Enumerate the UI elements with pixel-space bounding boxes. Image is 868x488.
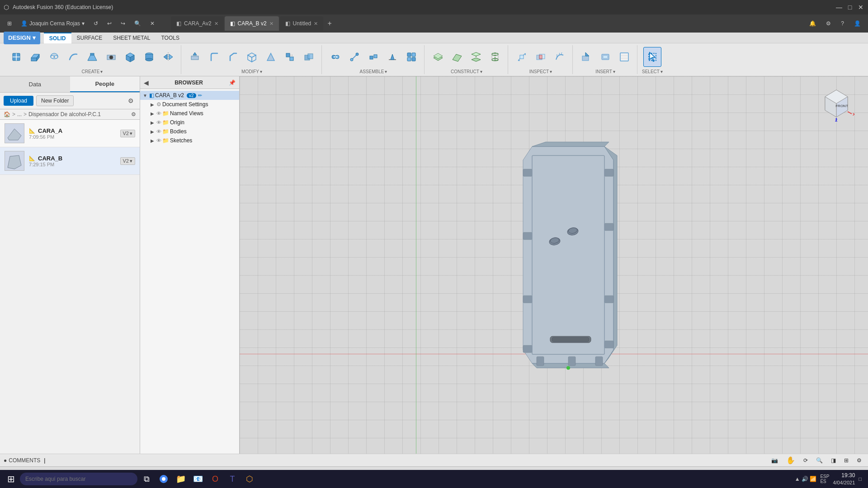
start-button[interactable]: ⊞ (3, 471, 19, 487)
file-item-cara-b[interactable]: 📐 CARA_B 7:29:15 PM V2 ▾ (0, 147, 140, 175)
as-built-joint-button[interactable] (364, 47, 382, 67)
ribbon-tab-surface[interactable]: SURFACE (71, 33, 108, 43)
help-button[interactable]: ? (837, 17, 848, 30)
pan-button[interactable]: ✋ (783, 455, 798, 466)
select-dropdown-icon[interactable]: ▾ (660, 69, 663, 74)
tree-item-origin[interactable]: ▶ 👁 📁 Origin (140, 118, 239, 127)
box-button[interactable] (121, 47, 139, 67)
joint-button[interactable] (326, 47, 344, 67)
breadcrumb-settings-icon[interactable]: ⚙ (131, 111, 136, 117)
create-dropdown-icon[interactable]: ▾ (100, 69, 103, 74)
axis-through-cylinder-button[interactable] (486, 47, 504, 67)
redo-button[interactable]: ↪ (117, 17, 129, 30)
tree-item-document-settings[interactable]: ▶ ⚙ Document Settings (140, 100, 239, 109)
taskbar-icon-office[interactable]: O (207, 471, 223, 487)
revolve-button[interactable] (45, 47, 63, 67)
breadcrumb-ellipsis[interactable]: ... (17, 111, 22, 117)
fillet-button[interactable] (205, 47, 223, 67)
ground-button[interactable] (383, 47, 401, 67)
account-button[interactable]: 👤 (850, 17, 864, 30)
tree-expand-sketches[interactable]: ▶ (149, 137, 156, 144)
tree-eye-sketches[interactable]: 👁 (156, 138, 161, 143)
nav-cube[interactable]: FRONT X Z (818, 85, 854, 122)
comments-toggle-button[interactable]: ● COMMENTS (4, 457, 40, 464)
hole-button[interactable] (102, 47, 120, 67)
user-menu-button[interactable]: 👤 Joaquin Cerna Rojas ▾ (17, 17, 88, 30)
viewport-settings-button[interactable]: ⚙ (854, 455, 864, 466)
extrude-button[interactable] (26, 47, 44, 67)
tree-item-sketches[interactable]: ▶ 👁 📁 Sketches (140, 136, 239, 145)
orbit-button[interactable]: ⟳ (801, 455, 811, 466)
notifications-button[interactable]: 🔔 (806, 17, 820, 30)
browser-collapse-button[interactable]: ◀ (144, 79, 149, 86)
loft-button[interactable] (83, 47, 101, 67)
canvas-button[interactable] (615, 47, 633, 67)
new-component-button[interactable] (7, 47, 25, 67)
notification-icon[interactable]: □ (859, 476, 862, 482)
sweep-button[interactable] (64, 47, 82, 67)
home-icon[interactable]: 🏠 (4, 111, 10, 117)
plane-at-angle-button[interactable] (448, 47, 466, 67)
chamfer-button[interactable] (224, 47, 242, 67)
tab-cara-a-v2[interactable]: ◧ CARA_Av2 ✕ (171, 16, 223, 31)
midplane-button[interactable] (467, 47, 485, 67)
app-menu-button[interactable]: ⊞ (4, 17, 15, 30)
display-settings-button[interactable]: ◨ (828, 455, 839, 466)
offset-plane-button[interactable] (429, 47, 447, 67)
close-search-button[interactable]: ✕ (146, 17, 158, 30)
new-folder-button[interactable]: New Folder (36, 95, 74, 106)
browser-pin-button[interactable]: 📌 (229, 80, 236, 86)
mirror-button[interactable] (159, 47, 177, 67)
tab-close-cara-b[interactable]: ✕ (269, 21, 274, 27)
tab-cara-b-v2[interactable]: ◧ CARA_B v2 ✕ (225, 16, 279, 31)
cylinder-button[interactable] (140, 47, 158, 67)
sidebar-settings-button[interactable]: ⚙ (125, 95, 136, 106)
taskbar-icon-teams[interactable]: T (224, 471, 241, 487)
construct-dropdown-icon[interactable]: ▾ (480, 69, 482, 74)
inspect-dropdown-icon[interactable]: ▾ (550, 69, 552, 74)
taskbar-icon-fusion[interactable]: ⬡ (241, 471, 258, 487)
measure-button[interactable] (513, 47, 531, 67)
search-button[interactable]: 🔍 (131, 17, 145, 30)
shell-button[interactable] (243, 47, 261, 67)
add-tab-button[interactable]: + (324, 18, 335, 29)
sidebar-tab-people[interactable]: People (70, 76, 140, 92)
tab-untitled[interactable]: ◧ Untitled ✕ (280, 16, 324, 31)
curvature-comb-button[interactable] (551, 47, 569, 67)
sidebar-tab-data[interactable]: Data (0, 76, 70, 92)
insert-derive-button[interactable] (577, 47, 595, 67)
insert-dropdown-icon[interactable]: ▾ (613, 69, 615, 74)
taskbar-search[interactable] (20, 473, 137, 485)
taskbar-icon-task-view[interactable]: ⧉ (138, 471, 155, 487)
tree-eye-named-views[interactable]: 👁 (156, 111, 161, 116)
undo-button[interactable]: ↩ (104, 17, 115, 30)
ribbon-tab-sheet-metal[interactable]: SHEET METAL (108, 33, 156, 43)
comments-expand-icon[interactable]: | (44, 457, 45, 464)
tree-expand-named-views[interactable]: ▶ (149, 110, 156, 117)
maximize-button[interactable]: □ (846, 4, 854, 11)
ribbon-tab-tools[interactable]: TOOLS (156, 33, 184, 43)
select-button[interactable] (643, 47, 661, 67)
minimize-button[interactable]: — (835, 4, 843, 11)
tree-expand-origin[interactable]: ▶ (149, 119, 156, 126)
design-dropdown-button[interactable]: DESIGN ▾ (4, 32, 40, 44)
ribbon-tab-solid[interactable]: SOLID (44, 33, 71, 43)
tree-eye-bodies[interactable]: 👁 (156, 129, 161, 134)
file-version-cara-a[interactable]: V2 ▾ (120, 130, 135, 137)
motion-link-button[interactable] (345, 47, 363, 67)
tree-expand-cara-b[interactable]: ▼ (142, 92, 148, 99)
combine-button[interactable] (300, 47, 318, 67)
interference-button[interactable] (532, 47, 550, 67)
grid-settings-button[interactable]: ⊞ (841, 455, 851, 466)
upload-button[interactable]: Upload (4, 96, 33, 106)
tree-expand-bodies[interactable]: ▶ (149, 128, 156, 135)
press-pull-button[interactable] (186, 47, 204, 67)
close-button[interactable]: ✕ (857, 4, 864, 11)
taskbar-icon-file-explorer[interactable]: 📁 (173, 471, 189, 487)
rigid-group-button[interactable] (402, 47, 420, 67)
scale-button[interactable] (281, 47, 299, 67)
modify-dropdown-icon[interactable]: ▾ (260, 69, 262, 74)
tree-item-bodies[interactable]: ▶ 👁 📁 Bodies (140, 127, 239, 136)
decal-button[interactable] (596, 47, 614, 67)
settings-button[interactable]: ⚙ (822, 17, 835, 30)
